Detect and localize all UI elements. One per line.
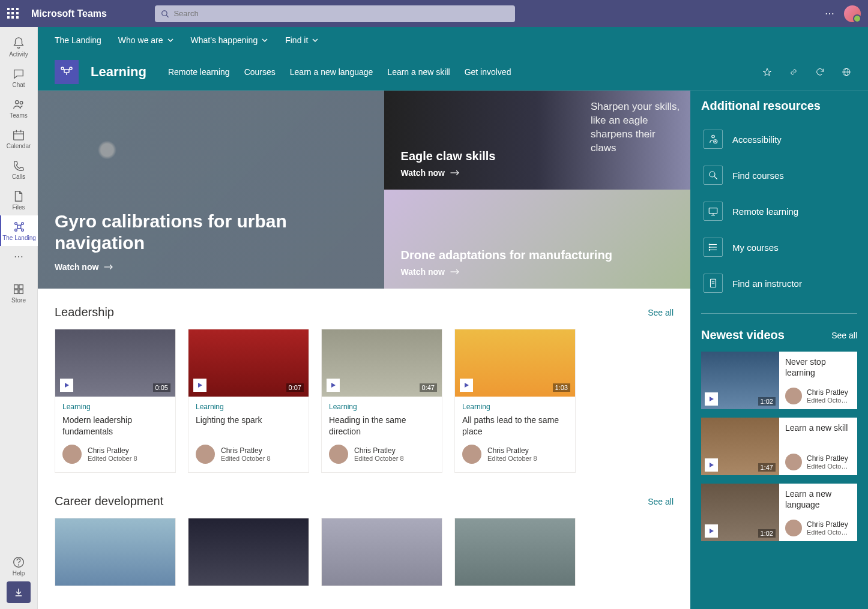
help-icon [12,556,25,569]
download-button[interactable] [7,581,31,603]
svg-point-11 [22,229,24,232]
watch-now-button[interactable]: Watch now [55,262,367,272]
svg-marker-41 [465,383,469,388]
svg-point-10 [15,229,17,232]
video-author: Chris Pratley [807,520,848,529]
rail-calendar[interactable]: Calendar [0,124,38,154]
rail-chat[interactable]: Chat [0,62,38,93]
svg-rect-18 [19,285,23,289]
resource-label: Find an instructor [732,278,802,289]
resource-item[interactable]: Remote learning [701,196,857,227]
resource-item[interactable]: Accessibility [701,124,857,155]
file-icon [12,190,25,203]
svg-marker-31 [763,68,771,76]
hub-nav-find[interactable]: Find it [285,35,319,45]
play-icon [327,379,340,392]
watch-now-button[interactable]: Watch now [401,168,674,178]
resource-icon [704,202,723,221]
play-icon [705,458,718,472]
arrow-right-icon [103,263,114,271]
hero-eagle-tagline: Sharpen your skills, like an eagle sharp… [591,100,681,155]
svg-point-3 [20,101,23,104]
video-card[interactable] [188,518,309,586]
video-card[interactable]: 0:47 Learning Heading in the same direct… [321,329,442,473]
more-options-icon[interactable]: ⋯ [825,8,834,19]
svg-line-47 [714,176,717,179]
app-launcher-icon[interactable] [7,8,19,20]
hero-eagle[interactable]: Sharpen your skills, like an eagle sharp… [384,91,690,190]
video-card[interactable]: 0:05 Learning Modern leadership fundamen… [55,329,176,473]
refresh-icon[interactable] [815,67,825,77]
card-edited: Edited October 8 [221,455,271,462]
card-category: Learning [462,403,568,411]
rail-store[interactable]: Store [0,278,38,308]
hero-drone-title: Drone adaptations for manufacturing [401,248,674,262]
rail-help[interactable]: Help [0,551,38,581]
hub-nav-who[interactable]: Who we are [118,35,174,45]
hub-nav-happening[interactable]: What's happening [191,35,269,45]
resources-heading: Additional resources [701,99,857,113]
video-card[interactable]: 1:03 Learning All paths lead to the same… [454,329,576,473]
see-all-link[interactable]: See all [831,331,857,340]
newest-video-item[interactable]: 1:47 Learn a new skill Chris Pratley Edi… [701,418,857,475]
star-icon[interactable] [762,67,772,77]
site-nav-remote[interactable]: Remote learning [168,67,230,77]
see-all-link[interactable]: See all [648,497,674,506]
video-card[interactable] [454,518,576,586]
card-author: Chris Pratley [88,446,137,455]
svg-point-2 [16,101,19,104]
author-avatar [462,445,481,464]
resource-icon [704,238,723,257]
rail-files[interactable]: Files [0,185,38,215]
svg-rect-48 [709,208,717,214]
play-icon [460,379,473,392]
video-edited: Edited Octo… [807,397,848,404]
rail-teams[interactable]: Teams [0,93,38,124]
author-avatar [785,454,802,470]
site-nav-involved[interactable]: Get involved [465,67,511,77]
site-nav: Remote learning Courses Learn a new lang… [168,67,511,77]
resource-item[interactable]: Find courses [701,160,857,191]
newest-video-item[interactable]: 1:02 Learn a new language Chris Pratley … [701,484,857,541]
hero-drone[interactable]: Drone adaptations for manufacturing Watc… [384,190,690,289]
hero: Gyro calibrations for urban navigation W… [38,91,690,289]
duration-badge: 1:02 [758,397,776,406]
link-icon[interactable] [789,67,798,77]
hero-main[interactable]: Gyro calibrations for urban navigation W… [38,91,384,289]
rail-more[interactable]: ⋯ [0,246,38,267]
card-author: Chris Pratley [221,446,271,455]
resource-item[interactable]: My courses [701,232,857,263]
resource-item[interactable]: Find an instructor [701,268,857,299]
watch-now-button[interactable]: Watch now [401,267,674,277]
divider [701,313,857,314]
search-input[interactable] [173,9,509,18]
video-title: Learn a new language [785,488,851,510]
svg-marker-61 [710,463,714,467]
video-card[interactable] [55,518,176,586]
globe-icon[interactable] [842,67,851,77]
svg-marker-38 [65,383,69,388]
site-nav-skill[interactable]: Learn a new skill [387,67,450,77]
rail-activity[interactable]: Activity [0,32,38,62]
author-avatar [329,445,348,464]
app-rail: Activity Chat Teams Calendar Calls Files… [0,27,38,609]
arrow-right-icon [450,268,460,276]
video-card[interactable] [321,518,442,586]
video-author: Chris Pratley [807,454,848,463]
svg-point-25 [61,67,64,70]
site-nav-language[interactable]: Learn a new language [290,67,373,77]
see-all-link[interactable]: See all [648,308,674,317]
card-edited: Edited October 8 [88,455,137,462]
user-avatar[interactable] [844,5,861,22]
hub-nav-landing[interactable]: The Landing [55,35,101,45]
search-box[interactable] [155,5,515,22]
title-bar: Microsoft Teams ⋯ [0,0,868,27]
rail-calls[interactable]: Calls [0,154,38,185]
svg-rect-20 [19,290,23,293]
duration-badge: 0:47 [420,383,437,392]
video-card[interactable]: 0:07 Learning Lighting the spark Chris P… [188,329,309,473]
site-nav-courses[interactable]: Courses [244,67,276,77]
newest-video-item[interactable]: 1:02 Never stop learning Chris Pratley E… [701,352,857,409]
svg-point-9 [22,223,24,225]
rail-the-landing[interactable]: The Landing [0,215,38,246]
